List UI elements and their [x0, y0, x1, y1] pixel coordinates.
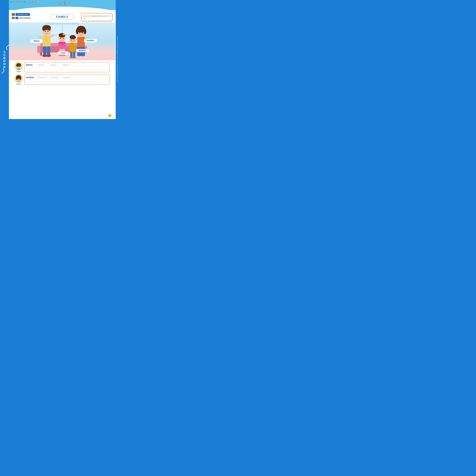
svg-point-32 [81, 54, 85, 56]
tracing-section: father father father father father [12, 60, 112, 89]
svg-point-69 [19, 66, 20, 67]
unit-number: 1 [64, 1, 66, 5]
logo-letter-b: B [3, 57, 6, 59]
mother-avatar [15, 74, 23, 83]
mother-trace-box[interactable]: mother mother mother mother [25, 75, 110, 85]
svg-rect-5 [40, 52, 42, 55]
mother-avatar-container: mother [15, 74, 23, 85]
trace-label: LET'S TRACE! [19, 17, 31, 19]
page-title: FAMILY [56, 15, 68, 18]
svg-point-47 [71, 39, 72, 40]
content-body: ABC VOCABULARY 📓 A LET'S TRACE! [9, 8, 116, 91]
father-trace-lines: father father father father [26, 63, 108, 72]
unit-letter-u: U [59, 3, 60, 5]
vocab-labels: ABC VOCABULARY 📓 A LET'S TRACE! [12, 13, 31, 19]
svg-point-76 [19, 79, 20, 79]
mother-trace-top-line: mother mother mother mother [26, 75, 108, 79]
svg-rect-22 [50, 34, 55, 38]
svg-rect-50 [71, 43, 72, 44]
logo-letter-c1: C [3, 51, 6, 53]
a-text: A [17, 17, 17, 19]
svg-point-11 [45, 31, 46, 32]
svg-point-9 [42, 26, 46, 31]
trace-row-father: father father father father father [15, 62, 110, 72]
svg-point-68 [17, 66, 18, 67]
notebook-icon: 📓 [12, 17, 15, 19]
mother-word-ghost-1: mother [38, 76, 48, 79]
logo-letter-o2: O [3, 63, 6, 66]
father-trace-empty-line [26, 69, 108, 72]
svg-point-55 [72, 57, 76, 58]
unit-letter-i: I [62, 3, 62, 5]
mother-trace-empty-line [26, 82, 108, 84]
svg-point-25 [76, 29, 79, 34]
mother-label: mother [16, 83, 21, 85]
svg-point-27 [79, 32, 80, 33]
svg-rect-51 [73, 43, 75, 44]
svg-point-48 [74, 39, 74, 40]
unit-badge: U N I T 1 [59, 1, 66, 5]
right-sidebar-text: Build-up 1A - Có đáp án (theo bộ sách Ti… [117, 36, 118, 83]
illustration-area: father mother sister brother [9, 22, 115, 60]
svg-rect-53 [73, 52, 75, 57]
svg-rect-29 [77, 37, 85, 48]
bubble-main-text: Giúp học sinh rèn [92, 15, 104, 17]
father-trace-top-line: father father father father [26, 63, 108, 67]
trace-row-mother: mother mother mother mother mother [15, 74, 110, 85]
father-trace-box[interactable]: father father father father [25, 62, 110, 72]
svg-point-39 [63, 34, 65, 35]
logo-letters: C C B O O K [3, 51, 6, 68]
ccbook-logo: 〈 C C B O O K 〉 [1, 45, 7, 73]
logo-letter-o1: O [3, 60, 6, 63]
bubble-vocab-word: Vocabulary: [83, 15, 91, 17]
svg-rect-21 [38, 36, 43, 39]
unit-letter-n: N [60, 3, 61, 5]
svg-point-20 [46, 55, 51, 57]
svg-point-74 [20, 77, 21, 80]
father-word-ghost-2: father [51, 64, 60, 66]
svg-point-15 [46, 39, 47, 39]
bubble-text: Vocabulary: Giúp học sinh rèn luyện chữ … [83, 15, 110, 19]
mother-word-ghost-2: mother [51, 76, 60, 79]
svg-rect-52 [70, 52, 72, 57]
abc-text: ABC [12, 14, 14, 15]
father-word-ghost-3: father [63, 64, 73, 66]
page-number: 9 [108, 114, 112, 118]
svg-rect-49 [70, 43, 76, 52]
svg-point-28 [82, 32, 83, 33]
notebook-symbol: 📓 [12, 17, 14, 19]
svg-text:father: father [34, 40, 40, 42]
svg-point-75 [17, 79, 18, 79]
unit-letter-t: T [62, 3, 64, 5]
svg-rect-70 [17, 69, 21, 70]
svg-point-67 [19, 64, 21, 67]
father-trace-mid-line [26, 67, 108, 69]
svg-point-37 [60, 38, 61, 39]
mother-trace-lines: mother mother mother mother [26, 75, 108, 84]
bullet-icon: ● [12, 115, 13, 117]
right-sidebar: Build-up 1A - Có đáp án (theo bộ sách Ti… [116, 0, 119, 119]
svg-rect-18 [47, 46, 50, 56]
mother-face-svg [15, 75, 22, 82]
svg-text:sister: sister [60, 52, 66, 54]
a-badge: A [16, 17, 18, 19]
title-box: FAMILY [50, 14, 74, 19]
svg-rect-77 [17, 81, 21, 82]
svg-rect-40 [59, 42, 65, 44]
father-avatar [15, 62, 23, 70]
bottom-decoration: ● [12, 115, 13, 117]
vocabulary-badge: ABC VOCABULARY [12, 13, 31, 16]
vocabulary-button[interactable]: VOCABULARY [16, 13, 30, 16]
bracket-icon: 〈 [1, 45, 8, 50]
svg-point-26 [84, 29, 86, 34]
mother-word-solid: mother [26, 76, 36, 79]
svg-text:mother: mother [87, 39, 94, 42]
father-word-solid: father [26, 64, 36, 66]
father-avatar-container: father [15, 62, 23, 72]
family-illustration: father mother sister brother [9, 22, 115, 60]
abc-icon: ABC [12, 13, 15, 16]
bracket-right-icon: 〉 [1, 69, 8, 74]
svg-point-14 [46, 37, 47, 38]
mother-trace-mid-line [26, 79, 108, 82]
svg-rect-3 [37, 46, 41, 53]
